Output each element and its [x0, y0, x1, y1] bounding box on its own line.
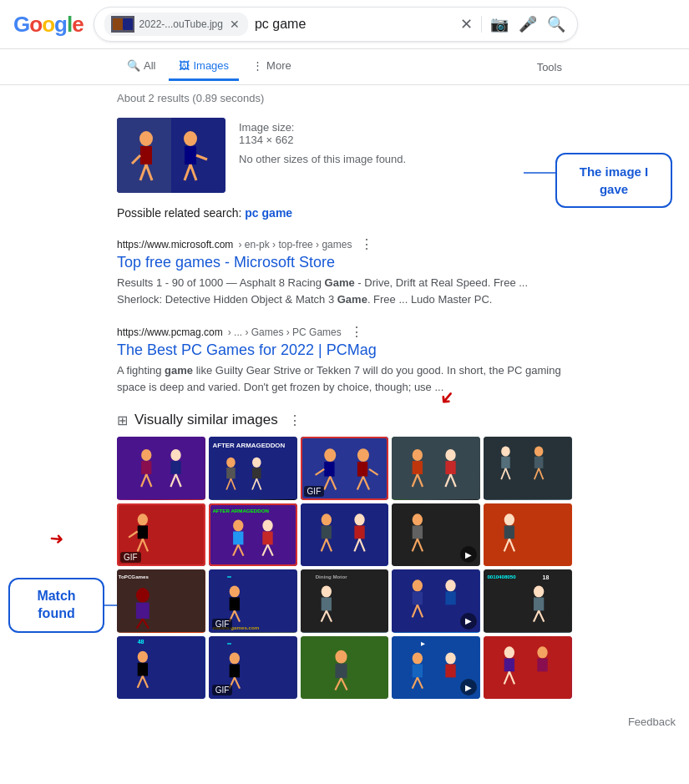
- svg-rect-48: [413, 461, 423, 474]
- grid-item-13[interactable]: ▶: [392, 569, 480, 633]
- result-title-0[interactable]: Top free games - Microsoft Store: [117, 254, 572, 271]
- grid-item-14[interactable]: 001040805018: [484, 569, 572, 633]
- grid-item-4[interactable]: [484, 437, 572, 500]
- svg-point-17: [141, 449, 151, 461]
- svg-rect-32: [252, 468, 261, 478]
- close-file-button[interactable]: ✕: [228, 18, 241, 31]
- svg-rect-57: [501, 457, 510, 468]
- svg-text:48: 48: [138, 639, 144, 645]
- thumb-4: [484, 437, 572, 500]
- red-arrow-3: ➜: [49, 528, 65, 549]
- svg-point-31: [252, 458, 261, 468]
- uploaded-image-thumb: [111, 16, 134, 33]
- similar-header: ⊞ Visually similar images ⋮ ➜: [117, 412, 572, 428]
- search-bar[interactable]: 2022-...ouTube.jpg ✕ ✕ 📷 🎤 🔍: [94, 7, 578, 42]
- svg-rect-1: [113, 18, 123, 30]
- svg-rect-86: [354, 525, 364, 539]
- svg-point-90: [413, 513, 423, 525]
- svg-rect-22: [170, 461, 180, 474]
- svg-point-72: [233, 519, 243, 531]
- svg-point-115: [321, 586, 331, 598]
- nav-more[interactable]: ⋮ More: [242, 53, 301, 81]
- callout-text: The image I gave: [570, 163, 657, 198]
- thumb-6: AFTER ARMAGEDDON: [209, 503, 297, 567]
- gif-badge-0: GIF: [304, 486, 325, 497]
- search-button[interactable]: 🔍: [545, 13, 567, 35]
- feedback-link[interactable]: Feedback: [0, 706, 689, 738]
- svg-rect-46: [392, 437, 480, 499]
- svg-rect-42: [357, 462, 367, 477]
- clear-search-button[interactable]: ✕: [458, 13, 474, 35]
- camera-button[interactable]: 📷: [489, 13, 510, 35]
- svg-rect-18: [141, 461, 151, 474]
- mic-button[interactable]: 🎤: [517, 13, 539, 35]
- result-title-1[interactable]: The Best PC Games for 2022 | PCMag: [117, 341, 572, 359]
- result-options-1[interactable]: ⋮: [350, 324, 363, 340]
- image-meta: Image size: 1134 × 662 No other sizes of…: [239, 118, 406, 193]
- grid-item-15[interactable]: 48: [117, 636, 205, 700]
- svg-rect-61: [534, 457, 544, 468]
- grid-item-19[interactable]: [484, 636, 572, 700]
- breadcrumb-1: › ... › Games › PC Games: [228, 326, 342, 338]
- svg-point-102: [136, 589, 149, 604]
- svg-point-65: [138, 513, 148, 525]
- svg-rect-109: [229, 598, 239, 611]
- grid-item-8[interactable]: ▶: [392, 503, 480, 567]
- thumb-7: [301, 503, 389, 567]
- grid-row4-wrapper: 48 ∞ GIF: [117, 636, 572, 700]
- grid-item-5[interactable]: GIF: [117, 503, 205, 567]
- grid-item-0[interactable]: [117, 437, 205, 500]
- svg-text:∞: ∞: [227, 640, 231, 646]
- grid-item-featured[interactable]: GIF: [301, 437, 389, 500]
- search-input[interactable]: [255, 17, 452, 32]
- svg-text:ToPCGames: ToPCGames: [119, 574, 149, 579]
- svg-point-108: [229, 586, 239, 598]
- grid-item-12[interactable]: Dining Motor: [301, 569, 389, 633]
- svg-rect-129: [534, 598, 544, 611]
- thumb-0: [117, 437, 205, 500]
- grid-item-6[interactable]: AFTER ARMAGEDDON: [209, 503, 297, 567]
- divider: [481, 16, 482, 33]
- svg-point-124: [446, 580, 456, 592]
- callout-bubble: The image I gave: [555, 153, 672, 208]
- grid-item-17[interactable]: [301, 636, 389, 700]
- svg-rect-73: [233, 531, 243, 544]
- result-options-0[interactable]: ⋮: [360, 236, 373, 252]
- uploaded-image-preview: [117, 118, 225, 193]
- grid-item-3[interactable]: [392, 437, 480, 500]
- svg-point-128: [534, 586, 544, 598]
- svg-point-152: [413, 652, 423, 664]
- svg-rect-55: [484, 437, 572, 499]
- nav-images[interactable]: 🖼 Images: [169, 53, 239, 81]
- svg-rect-142: [229, 665, 239, 678]
- grid-item-7[interactable]: [301, 503, 389, 567]
- svg-point-95: [504, 513, 514, 525]
- result-url-0: https://www.microsoft.com › en-pk › top-…: [117, 236, 572, 252]
- related-search: Possible related search: pc game: [117, 206, 572, 220]
- svg-rect-94: [484, 503, 572, 566]
- svg-point-21: [170, 449, 180, 461]
- grid-item-11[interactable]: ∞nakara-games.com GIF: [209, 569, 297, 633]
- thumb-15: 48: [117, 636, 205, 700]
- related-search-link[interactable]: pc game: [245, 206, 292, 220]
- image-grid-row4: 48 ∞ GIF: [117, 636, 572, 700]
- grid-item-9[interactable]: [484, 503, 572, 567]
- svg-rect-82: [321, 525, 331, 539]
- grid-item-1[interactable]: AFTER ARMAGEDDON: [209, 437, 297, 500]
- grid-item-16[interactable]: ∞ GIF: [209, 636, 297, 700]
- tools-button[interactable]: Tools: [527, 54, 572, 80]
- grid-item-18[interactable]: ▶ ▶: [392, 636, 480, 700]
- play-btn-1[interactable]: ▶: [460, 613, 477, 630]
- svg-rect-52: [446, 461, 456, 474]
- svg-rect-66: [138, 525, 148, 539]
- url-text-1: https://www.pcmag.com: [117, 326, 223, 338]
- nav-all[interactable]: 🔍 All: [117, 53, 165, 81]
- callout-line: [524, 164, 557, 181]
- search-results: https://www.microsoft.com › en-pk › top-…: [117, 236, 572, 395]
- grid-item-10[interactable]: ToPCGames: [117, 569, 205, 633]
- thumb-10: ToPCGames: [117, 569, 205, 633]
- svg-rect-91: [413, 525, 423, 539]
- similar-options[interactable]: ⋮: [288, 412, 301, 428]
- svg-point-85: [354, 513, 364, 525]
- svg-rect-158: [484, 636, 572, 699]
